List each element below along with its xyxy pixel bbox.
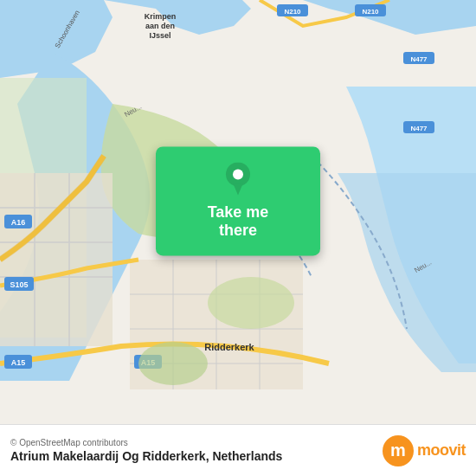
location-pin-icon [224, 162, 252, 196]
location-name: Atrium Makelaardij Og Ridderkerk, Nether… [10, 449, 282, 463]
svg-text:aan den: aan den [145, 22, 175, 30]
bottom-bar: © OpenStreetMap contributors Atrium Make… [0, 424, 476, 476]
svg-rect-2 [0, 173, 113, 346]
moovit-logo: m moovit [383, 435, 466, 466]
moovit-brand-text: moovit [417, 441, 466, 460]
svg-point-41 [233, 169, 243, 179]
svg-text:N477: N477 [410, 125, 428, 132]
svg-point-31 [208, 277, 294, 329]
navigation-overlay: Take me there [156, 146, 320, 255]
location-info: © OpenStreetMap contributors Atrium Make… [10, 438, 282, 463]
svg-text:S105: S105 [10, 280, 28, 289]
map-area: A16 S105 A15 A15 N210 N210 N477 N477 Kri… [0, 0, 476, 424]
take-me-there-button[interactable]: Take me there [156, 146, 320, 255]
moovit-logo-icon: m [383, 435, 414, 466]
svg-text:A15: A15 [11, 358, 26, 367]
svg-text:A16: A16 [11, 218, 26, 227]
svg-text:IJssel: IJssel [149, 31, 170, 40]
map-attribution: © OpenStreetMap contributors [10, 438, 282, 447]
svg-text:Ridderkerk: Ridderkerk [204, 342, 254, 352]
svg-text:Krimpen: Krimpen [145, 12, 177, 21]
button-label: Take me there [187, 203, 289, 240]
svg-text:N477: N477 [410, 55, 428, 63]
svg-point-32 [138, 342, 208, 385]
svg-text:N210: N210 [284, 8, 301, 16]
svg-text:N210: N210 [362, 8, 379, 16]
